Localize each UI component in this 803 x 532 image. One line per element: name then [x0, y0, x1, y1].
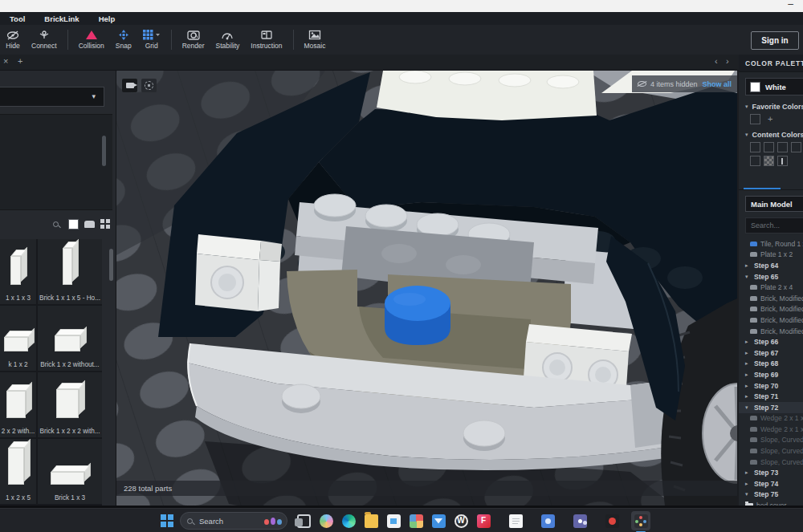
menu-bricklink[interactable]: BrickLink [44, 14, 79, 23]
render-button[interactable]: Render [177, 25, 210, 55]
left-headlight [195, 234, 282, 311]
task-view-icon[interactable] [294, 511, 313, 530]
step-list-row[interactable]: Slope, Curved 2 x [739, 457, 803, 468]
notepad-icon[interactable] [506, 511, 525, 530]
collision-button[interactable]: Collision [73, 25, 110, 55]
step-list-row[interactable]: ▸ Step 67 [739, 347, 803, 359]
color-swatch[interactable] [764, 156, 774, 166]
stability-button[interactable]: Stability [210, 25, 246, 55]
grid-view-icon[interactable] [100, 219, 110, 229]
menu-tool[interactable]: Tool [10, 14, 25, 23]
part-cell[interactable]: 2 x 2 with... [0, 372, 36, 437]
step-list-row[interactable]: ▸ Step 69 [739, 369, 803, 380]
camera-view-button[interactable] [122, 79, 137, 92]
step-list-row[interactable]: Brick, Modified 1 [739, 326, 803, 337]
category-dropdown[interactable]: ▾ [0, 87, 104, 107]
step-list-row[interactable]: ▸ Step 64 [739, 260, 803, 271]
part-cell[interactable]: Brick 1 x 2 without... [38, 306, 102, 371]
color-swatch[interactable] [750, 142, 760, 152]
sign-in-button[interactable]: Sign in [751, 31, 799, 50]
instruction-button[interactable]: Instruction [245, 25, 287, 55]
store-icon[interactable] [384, 511, 403, 530]
snap-button[interactable]: Snap [110, 25, 137, 55]
step-list-row[interactable]: ▾ Step 75 [739, 489, 803, 501]
step-list-row[interactable]: ▾ Step 72 [739, 402, 803, 413]
add-favorite-button[interactable]: + [768, 114, 772, 124]
step-list-row[interactable]: Slope, Curved 2 x [739, 445, 803, 457]
tab-close-icon[interactable]: × [3, 56, 8, 66]
orbit-button[interactable] [141, 79, 157, 92]
taskbar-search[interactable]: Search [180, 512, 287, 530]
search-icon[interactable] [53, 221, 59, 227]
file-explorer-icon[interactable] [361, 511, 381, 530]
step-list-row[interactable]: ▸ Step 71 [739, 391, 803, 402]
favorite-colors-section[interactable]: ▾ Favorite Colors [739, 103, 803, 111]
chevron-icon: ▾ [745, 491, 751, 497]
step-list-row[interactable]: ▸ Step 68 [739, 359, 803, 370]
part-cell[interactable]: Brick 1 x 1 x 5 - Ho... [38, 239, 102, 304]
tab[interactable] [745, 174, 752, 189]
paint-icon[interactable] [538, 511, 557, 530]
step-list-row[interactable]: ▸ Step 73 [739, 467, 803, 478]
tab-nav-right-icon[interactable]: › [726, 56, 729, 66]
new-tab-button[interactable]: + [18, 56, 22, 66]
tab[interactable] [739, 174, 745, 189]
viewport-3d[interactable]: 4 items hidden Show all 228 total parts [116, 71, 737, 506]
start-button[interactable] [161, 514, 173, 527]
brick-filter-icon[interactable] [84, 221, 95, 228]
studio-icon[interactable] [631, 511, 650, 530]
category-scrollbar[interactable] [102, 136, 106, 166]
step-list-row[interactable]: Wedge 2 x 1 x 2/3 [739, 413, 803, 424]
color-swatch[interactable] [764, 142, 774, 152]
screen-recorder-icon[interactable] [602, 511, 622, 530]
step-list-row[interactable]: Brick, Modified 1 [739, 315, 803, 326]
copilot-icon[interactable] [316, 511, 336, 530]
step-list-row[interactable]: Plate 2 x 4 [739, 282, 803, 293]
row-label: Wedge 2 x 1 x 2/3 [760, 414, 803, 422]
main-model-selector[interactable]: Main Model [745, 196, 803, 212]
menu-help[interactable]: Help [99, 14, 116, 23]
photos-icon[interactable] [406, 511, 426, 530]
step-list-row[interactable]: ▾ Step 65 [739, 271, 803, 282]
step-list-row[interactable]: Tile, Round 1 x 1 [739, 238, 803, 250]
grid-button[interactable]: Grid [137, 25, 166, 55]
show-all-button[interactable]: Show all [702, 80, 732, 88]
step-list-row[interactable]: Slope, Curved 2 x [739, 435, 803, 446]
part-cell[interactable]: Brick 1 x 2 x 2 with... [38, 372, 102, 437]
step-list-row[interactable]: Plate 1 x 2 [739, 250, 803, 261]
color-swatch[interactable] [750, 114, 760, 124]
step-list-row[interactable]: Wedge 2 x 1 x 2/3 [739, 424, 803, 435]
hide-button[interactable]: Hide [0, 25, 26, 55]
part-cell[interactable]: 1 x 2 x 5 [0, 439, 36, 504]
color-swatch[interactable] [777, 142, 788, 152]
edge-icon[interactable] [339, 511, 358, 530]
step-list-row[interactable]: ▸ Step 66 [739, 336, 803, 347]
connect-button[interactable]: Connect [26, 25, 63, 55]
color-swatch[interactable] [750, 156, 760, 166]
total-parts-label: 228 total parts [124, 484, 172, 493]
step-list-row[interactable]: ▸ Step 74 [739, 478, 803, 489]
step-search-input[interactable]: Search... [745, 217, 803, 234]
whiteboard-icon[interactable]: W [451, 511, 471, 530]
selected-color-button[interactable]: White [745, 78, 803, 95]
step-list-row[interactable]: ▸ Step 70 [739, 380, 803, 392]
content-colors-section[interactable]: ▾ Content Colors [739, 131, 803, 139]
step-list-row[interactable]: Brick, Modified 1 [739, 293, 803, 304]
color-swatch[interactable] [777, 156, 788, 166]
category-list[interactable] [0, 114, 112, 210]
part-cell[interactable]: Brick 1 x 3 [38, 439, 102, 504]
mail-icon[interactable] [429, 511, 448, 530]
part-cell[interactable]: k 1 x 2 [0, 306, 36, 371]
tab-nav-left-icon[interactable]: ‹ [715, 56, 718, 66]
connect-icon [38, 30, 51, 40]
f-app-icon[interactable]: F [474, 511, 493, 530]
step-list-row[interactable]: bed cover [739, 500, 803, 506]
color-filter-swatch[interactable] [68, 219, 79, 229]
mosaic-button[interactable]: Mosaic [299, 25, 332, 55]
teams-icon[interactable] [570, 511, 589, 530]
parts-scrollbar[interactable] [109, 249, 113, 281]
step-list-row[interactable]: Brick, Modified 1 [739, 304, 803, 315]
color-swatch[interactable] [791, 142, 801, 152]
part-cell[interactable]: 1 x 1 x 3 [0, 239, 36, 304]
minimize-button[interactable]: – [788, 0, 793, 10]
